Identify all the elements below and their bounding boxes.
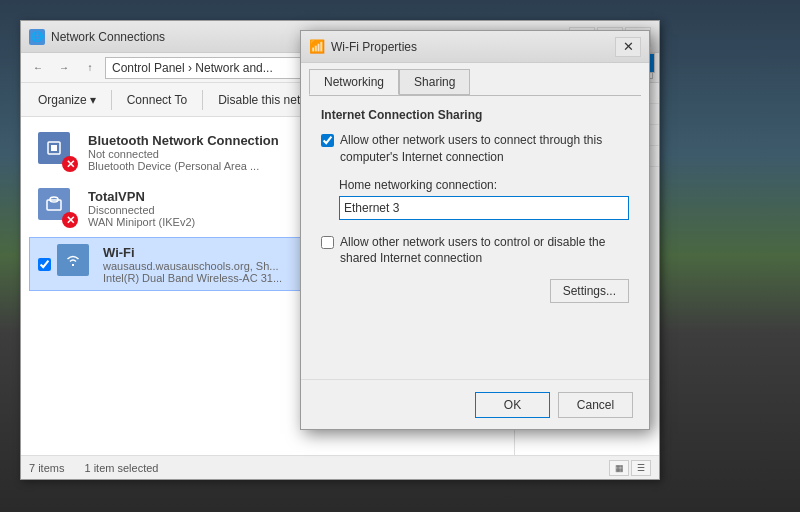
details-view-button[interactable]: ☰ <box>631 460 651 476</box>
view-buttons: ▦ ☰ <box>609 460 651 476</box>
dialog-tabs: Networking Sharing <box>301 63 649 95</box>
status-badge: ✕ <box>62 156 78 172</box>
cancel-button[interactable]: Cancel <box>558 392 633 418</box>
settings-button-row: Settings... <box>321 279 629 303</box>
back-button[interactable]: ← <box>27 57 49 79</box>
organize-button[interactable]: Organize ▾ <box>29 87 105 113</box>
address-text: Control Panel › Network and... <box>112 61 273 75</box>
settings-button[interactable]: Settings... <box>550 279 629 303</box>
status-badge-vpn: ✕ <box>62 212 78 228</box>
dialog-content: Internet Connection Sharing Allow other … <box>309 95 641 315</box>
connect-to-button[interactable]: Connect To <box>118 87 197 113</box>
status-bar: 7 items 1 item selected ▦ ☰ <box>21 455 659 479</box>
connection-icon-vpn: ✕ <box>38 188 78 228</box>
dialog-titlebar: 📶 Wi-Fi Properties ✕ <box>301 31 649 63</box>
wifi-checkbox[interactable] <box>38 258 51 271</box>
tab-networking[interactable]: Networking <box>309 69 399 95</box>
toolbar-separator-2 <box>202 90 203 110</box>
dialog-close-button[interactable]: ✕ <box>615 37 641 57</box>
connection-icon: ✕ <box>38 132 78 172</box>
tab-sharing[interactable]: Sharing <box>399 69 470 95</box>
home-network-label: Home networking connection: <box>339 178 629 192</box>
section-title: Internet Connection Sharing <box>321 108 629 122</box>
ok-button[interactable]: OK <box>475 392 550 418</box>
home-network-input[interactable] <box>339 196 629 220</box>
wifi-main-icon <box>57 244 89 276</box>
svg-rect-1 <box>51 145 57 151</box>
forward-button[interactable]: → <box>53 57 75 79</box>
allow-sharing-row: Allow other network users to connect thr… <box>321 132 629 166</box>
allow-sharing-checkbox[interactable] <box>321 134 334 147</box>
wifi-properties-dialog: 📶 Wi-Fi Properties ✕ Networking Sharing … <box>300 30 650 430</box>
dialog-wifi-icon: 📶 <box>309 39 325 55</box>
allow-control-row: Allow other network users to control or … <box>321 234 629 268</box>
large-icons-view-button[interactable]: ▦ <box>609 460 629 476</box>
allow-control-label: Allow other network users to control or … <box>340 234 629 268</box>
selected-count: 1 item selected <box>84 462 158 474</box>
dialog-title: Wi-Fi Properties <box>331 40 609 54</box>
items-count: 7 items <box>29 462 64 474</box>
dialog-footer: OK Cancel <box>301 379 649 429</box>
toolbar-separator <box>111 90 112 110</box>
allow-control-checkbox[interactable] <box>321 236 334 249</box>
window-icon: 🌐 <box>29 29 45 45</box>
allow-sharing-label: Allow other network users to connect thr… <box>340 132 629 166</box>
up-button[interactable]: ↑ <box>79 57 101 79</box>
wifi-connection-icon <box>57 244 97 284</box>
